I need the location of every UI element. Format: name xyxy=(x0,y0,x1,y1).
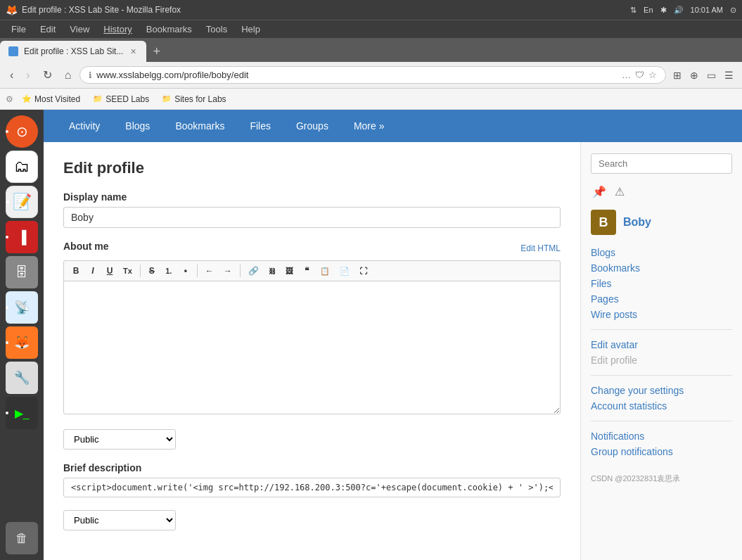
sidebar-blogs-link[interactable]: Blogs xyxy=(591,245,732,260)
sidebar-settings-link[interactable]: Change your settings xyxy=(591,383,732,398)
indent-right-button[interactable]: → xyxy=(219,264,236,278)
back-button[interactable]: ‹ xyxy=(6,66,18,84)
brief-desc-visibility-select[interactable]: Public Friends Private xyxy=(63,510,176,530)
dock-terminal[interactable]: ▶_ xyxy=(6,397,38,429)
alert-icon-button[interactable]: ⚠ xyxy=(613,184,626,200)
unlink-button[interactable]: ⛓ xyxy=(264,265,280,277)
url-more-icon[interactable]: … xyxy=(622,70,631,80)
indent-left-button[interactable]: ← xyxy=(201,264,218,278)
dock-ubuntu[interactable]: ⊙ xyxy=(6,115,38,148)
clear-format-button[interactable]: Tx xyxy=(119,265,136,277)
bookmark-star-icon[interactable]: ☆ xyxy=(648,70,657,80)
pin-icon-button[interactable]: 📌 xyxy=(591,184,608,200)
nav-more[interactable]: More » xyxy=(343,112,396,140)
about-me-visibility-select[interactable]: Public Friends Private xyxy=(63,429,176,450)
new-tab-button[interactable]: + xyxy=(146,41,168,62)
edit-form: Edit profile Display name About me Edit … xyxy=(44,142,580,560)
sidebar-group-notifications-link[interactable]: Group notifications xyxy=(591,444,732,459)
fullscreen-button[interactable]: ⛶ xyxy=(355,265,371,277)
menu-view[interactable]: View xyxy=(64,23,95,36)
menu-history[interactable]: History xyxy=(98,23,137,36)
menu-tools[interactable]: Tools xyxy=(200,23,233,36)
menu-edit[interactable]: Edit xyxy=(34,23,61,36)
strikethrough-button[interactable]: S xyxy=(144,264,160,278)
dock-files[interactable]: 🗂 xyxy=(6,151,38,183)
extensions-button[interactable]: ⊞ xyxy=(670,67,684,84)
menu-button[interactable]: ☰ xyxy=(722,67,736,84)
paste-plain-button[interactable]: 📋 xyxy=(316,265,334,278)
forward-button[interactable]: › xyxy=(22,66,34,84)
edit-html-link[interactable]: Edit HTML xyxy=(520,243,561,253)
bookmark-seed-labs[interactable]: 📁 SEED Labs xyxy=(89,93,153,106)
bluetooth-icon: ✱ xyxy=(660,6,667,15)
nav-blogs[interactable]: Blogs xyxy=(114,112,161,140)
reload-button[interactable]: ↻ xyxy=(39,65,56,84)
menu-file[interactable]: File xyxy=(6,23,32,36)
quote-button[interactable]: ❝ xyxy=(299,264,314,278)
link-button[interactable]: 🔗 xyxy=(244,264,263,278)
terminal-app-icon: ▶_ xyxy=(15,407,30,420)
dock-settings[interactable]: 🔧 xyxy=(6,362,38,394)
display-name-input[interactable] xyxy=(63,207,561,228)
dock-indicator-2 xyxy=(6,201,9,203)
new-window-button[interactable]: ⊕ xyxy=(687,67,701,84)
menu-help[interactable]: Help xyxy=(236,23,266,36)
dock-file-manager[interactable]: 🗄 xyxy=(6,256,38,288)
sidebar-divider-1 xyxy=(591,329,732,330)
paste-formatted-button[interactable]: 📄 xyxy=(335,265,354,278)
ubuntu-dock: ⊙ 🗂 📝 ▐ 🗄 📡 🦊 🔧 ▶_ xyxy=(0,110,44,560)
about-me-editor[interactable] xyxy=(63,281,561,414)
nav-files[interactable]: Files xyxy=(238,112,282,140)
sidebar-notifications-link[interactable]: Notifications xyxy=(591,428,732,444)
dock-wireshark[interactable]: 📡 xyxy=(6,291,38,324)
user-name-link[interactable]: Boby xyxy=(623,216,651,229)
dock-indicator-3 xyxy=(6,236,8,238)
most-visited-icon: ⭐ xyxy=(22,94,32,103)
menu-bookmarks[interactable]: Bookmarks xyxy=(141,23,198,36)
tab-close-button[interactable]: × xyxy=(129,44,137,58)
nav-groups[interactable]: Groups xyxy=(285,112,340,140)
about-me-label: About me xyxy=(63,241,109,252)
sidebar-divider-3 xyxy=(591,421,732,421)
bookmark-most-visited[interactable]: ⭐ Most Visited xyxy=(18,93,84,106)
dock-text-editor[interactable]: 📝 xyxy=(6,186,38,218)
unordered-list-button[interactable]: • xyxy=(178,264,193,278)
image-button[interactable]: 🖼 xyxy=(281,265,298,277)
nav-activity[interactable]: Activity xyxy=(58,112,111,140)
bookmark-sites-for-labs[interactable]: 📁 Sites for Labs xyxy=(158,93,230,106)
toolbar-sep-3 xyxy=(240,265,241,277)
ordered-list-button[interactable]: 1. xyxy=(161,265,177,277)
settings-app-icon: 🔧 xyxy=(14,370,30,386)
firefox-logo: 🦊 xyxy=(6,4,18,15)
folder-icon: 📁 xyxy=(93,94,103,103)
sidebar-footer: CSDN @20232831袁思承 xyxy=(591,473,732,484)
dock-red-app[interactable]: ▐ xyxy=(6,221,38,253)
sidebar-edit-avatar-link[interactable]: Edit avatar xyxy=(591,337,732,352)
sidebar-button[interactable]: ▭ xyxy=(704,67,719,84)
nav-bookmarks[interactable]: Bookmarks xyxy=(164,112,236,140)
home-button[interactable]: ⌂ xyxy=(60,66,76,84)
dock-firefox[interactable]: 🦊 xyxy=(6,326,38,359)
red-app-icon-symbol: ▐ xyxy=(18,230,27,245)
about-me-visibility-group: Public Friends Private xyxy=(63,429,561,450)
bold-button[interactable]: B xyxy=(68,264,84,278)
sidebar-wireposts-link[interactable]: Wire posts xyxy=(591,307,732,322)
sidebar-account-stats-link[interactable]: Account statistics xyxy=(591,398,732,414)
url-bar[interactable]: ℹ www.xsslabelgg.com/profile/boby/edit …… xyxy=(79,66,666,84)
sidebar-search-input[interactable] xyxy=(591,153,732,174)
ubuntu-menu-icon[interactable]: ⊙ xyxy=(730,6,736,15)
active-tab[interactable]: Edit profile : XSS Lab Sit... × xyxy=(0,41,146,62)
reader-mode-icon[interactable]: 🛡 xyxy=(635,70,644,80)
seed-labs-label: SEED Labs xyxy=(105,94,149,104)
url-text[interactable]: www.xsslabelgg.com/profile/boby/edit xyxy=(96,70,618,80)
sidebar-pages-link[interactable]: Pages xyxy=(591,291,732,307)
brief-desc-input[interactable] xyxy=(63,478,561,497)
sidebar-files-link[interactable]: Files xyxy=(591,276,732,291)
dock-trash[interactable]: 🗑 xyxy=(6,522,38,554)
page-body: Edit profile Display name About me Edit … xyxy=(44,142,742,560)
italic-button[interactable]: I xyxy=(85,264,101,278)
underline-button[interactable]: U xyxy=(102,264,117,278)
sidebar-bookmarks-link[interactable]: Bookmarks xyxy=(591,260,732,276)
files-app-icon: 🗂 xyxy=(14,158,30,176)
firefox-app-icon: 🦊 xyxy=(14,335,30,350)
